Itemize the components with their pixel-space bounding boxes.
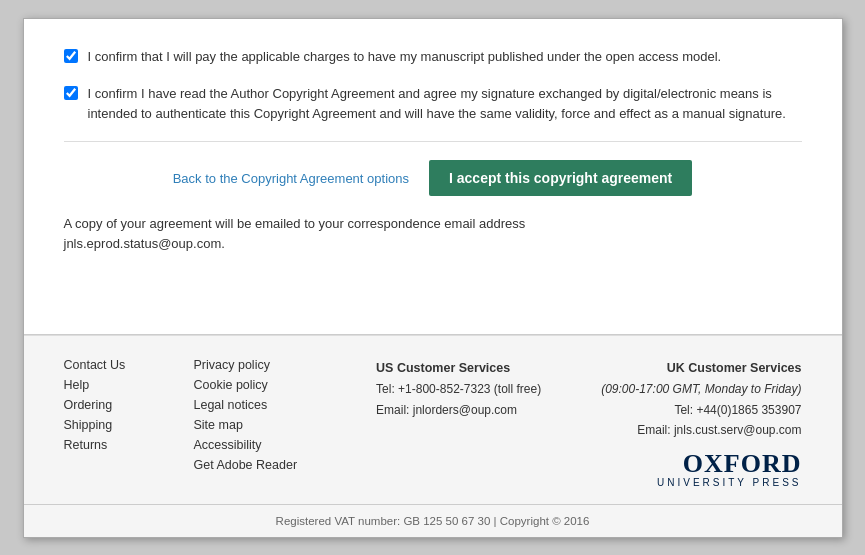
footer-right: US Customer Services Tel: +1-800-852-732…: [297, 358, 801, 487]
uk-services-tel: Tel: +44(0)1865 353907: [601, 400, 801, 420]
us-services-email: Email: jnlorders@oup.com: [376, 400, 541, 420]
press-text: UNIVERSITY PRESS: [657, 477, 802, 488]
copyright-checkbox-row: I confirm I have read the Author Copyrig…: [64, 84, 802, 123]
copyright-label: I confirm I have read the Author Copyrig…: [88, 84, 802, 123]
footer-main-row: Contact Us Help Ordering Shipping Return…: [64, 358, 802, 487]
oxford-logo: OXFORD UNIVERSITY PRESS: [657, 451, 802, 488]
privacy-link[interactable]: Privacy policy: [194, 358, 298, 372]
divider: [64, 141, 802, 142]
main-content: I confirm that I will pay the applicable…: [24, 19, 842, 315]
copyright-checkbox[interactable]: [64, 86, 78, 100]
cookie-link[interactable]: Cookie policy: [194, 378, 298, 392]
uk-services-hours: (09:00-17:00 GMT, Monday to Friday): [601, 379, 801, 399]
ordering-link[interactable]: Ordering: [64, 398, 164, 412]
accept-button[interactable]: I accept this copyright agreement: [429, 160, 692, 196]
vat-text: Registered VAT number: GB 125 50 67 30 |…: [276, 515, 590, 527]
footer-col-2: Privacy policy Cookie policy Legal notic…: [194, 358, 298, 472]
adobe-link[interactable]: Get Adobe Reader: [194, 458, 298, 472]
action-row: Back to the Copyright Agreement options …: [64, 160, 802, 196]
back-link[interactable]: Back to the Copyright Agreement options: [173, 171, 409, 186]
oxford-text: OXFORD: [657, 451, 802, 477]
charge-checkbox[interactable]: [64, 49, 78, 63]
shipping-link[interactable]: Shipping: [64, 418, 164, 432]
footer-links-section: Contact Us Help Ordering Shipping Return…: [64, 358, 298, 472]
main-window: I confirm that I will pay the applicable…: [23, 18, 843, 538]
contact-us-link[interactable]: Contact Us: [64, 358, 164, 372]
footer-col-1: Contact Us Help Ordering Shipping Return…: [64, 358, 164, 472]
uk-services: UK Customer Services (09:00-17:00 GMT, M…: [601, 358, 801, 440]
footer-bottom: Registered VAT number: GB 125 50 67 30 |…: [24, 504, 842, 537]
accessibility-link[interactable]: Accessibility: [194, 438, 298, 452]
footer: Contact Us Help Ordering Shipping Return…: [24, 335, 842, 503]
uk-services-email: Email: jnls.cust.serv@oup.com: [601, 420, 801, 440]
returns-link[interactable]: Returns: [64, 438, 164, 452]
help-link[interactable]: Help: [64, 378, 164, 392]
us-services-title: US Customer Services: [376, 358, 541, 379]
copy-note-line1: A copy of your agreement will be emailed…: [64, 216, 526, 231]
us-services-tel: Tel: +1-800-852-7323 (toll free): [376, 379, 541, 399]
legal-link[interactable]: Legal notices: [194, 398, 298, 412]
charge-label: I confirm that I will pay the applicable…: [88, 47, 722, 67]
us-services: US Customer Services Tel: +1-800-852-732…: [376, 358, 541, 420]
copy-note-email: jnls.eprod.status@oup.com.: [64, 236, 225, 251]
uk-services-title: UK Customer Services: [601, 358, 801, 379]
charge-checkbox-row: I confirm that I will pay the applicable…: [64, 47, 802, 67]
sitemap-link[interactable]: Site map: [194, 418, 298, 432]
copy-note: A copy of your agreement will be emailed…: [64, 214, 802, 253]
